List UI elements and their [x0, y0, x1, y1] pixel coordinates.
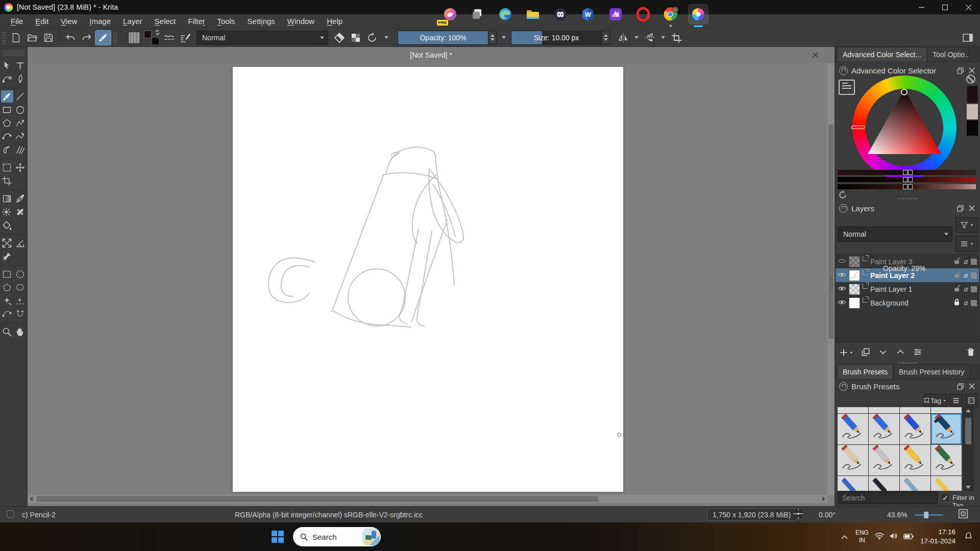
- menu-file[interactable]: File: [5, 15, 29, 27]
- brush-preset[interactable]: [900, 445, 930, 475]
- close-docker-icon[interactable]: [968, 204, 976, 212]
- layer-row[interactable]: Paint Layer 1α: [836, 282, 979, 296]
- vertical-scroll-thumb[interactable]: [828, 124, 834, 339]
- opacity-slider[interactable]: Opacity: 100%: [398, 31, 488, 45]
- zoom-value[interactable]: 43.6%: [887, 511, 908, 519]
- horizontal-scroll-thumb[interactable]: [37, 496, 598, 502]
- scroll-right-icon[interactable]: [822, 496, 825, 502]
- shade-strip[interactable]: [838, 184, 976, 189]
- color-swatch[interactable]: [967, 120, 978, 136]
- layer-visibility-icon[interactable]: [838, 284, 846, 294]
- layer-lock-icon[interactable]: [953, 285, 960, 293]
- filter-in-tag-checkbox[interactable]: ✓: [941, 493, 950, 502]
- tool-pattern-edit-icon[interactable]: [1, 206, 13, 218]
- brush-preset[interactable]: [869, 414, 899, 444]
- tool-measure-icon[interactable]: [14, 237, 27, 249]
- open-document-icon[interactable]: [24, 30, 40, 45]
- battery-icon[interactable]: [901, 533, 916, 541]
- delete-layer-button[interactable]: [966, 347, 976, 359]
- tool-text-icon[interactable]: [14, 59, 27, 71]
- layer-alpha-icon[interactable]: α: [963, 285, 968, 293]
- preserve-alpha-icon[interactable]: [348, 30, 364, 45]
- layer-lock-icon[interactable]: [953, 271, 960, 280]
- menu-edit[interactable]: Edit: [30, 15, 54, 27]
- taskbar-app-opera[interactable]: [633, 4, 653, 24]
- brush-preset[interactable]: [838, 407, 868, 413]
- taskbar-app-chrome[interactable]: [660, 4, 681, 24]
- preset-search-input[interactable]: [838, 491, 938, 504]
- tool-gradient-icon[interactable]: [1, 192, 13, 205]
- taskbar-app-copilot[interactable]: PRE: [440, 4, 460, 24]
- layer-blend-mode-dropdown[interactable]: Normal: [838, 227, 952, 242]
- preset-scroll-thumb[interactable]: [965, 418, 971, 444]
- taskbar-app-discord[interactable]: [550, 4, 571, 24]
- maximize-button[interactable]: [933, 0, 957, 14]
- menu-settings[interactable]: Settings: [242, 15, 281, 27]
- blend-mode-dropdown[interactable]: Normal: [197, 31, 328, 45]
- taskbar-app-window-stack[interactable]: [468, 4, 488, 24]
- tool-smart-patch-icon[interactable]: [14, 206, 27, 218]
- add-layer-button[interactable]: [839, 347, 853, 358]
- layer-thumbnail[interactable]: [849, 284, 860, 295]
- tool-ellipse-icon[interactable]: [14, 104, 27, 116]
- menu-window[interactable]: Window: [282, 15, 320, 27]
- pattern-wrap-icon[interactable]: [161, 30, 177, 45]
- mirror-horizontal-icon[interactable]: [642, 30, 658, 45]
- layer-alpha-inherit-icon[interactable]: [971, 272, 977, 279]
- preset-list-view-icon[interactable]: [949, 394, 963, 407]
- zoom-slider[interactable]: [915, 514, 943, 516]
- chevron-down-icon[interactable]: [384, 36, 388, 39]
- shade-strip[interactable]: [838, 170, 976, 175]
- canvas[interactable]: [233, 67, 623, 492]
- gradient-swatch[interactable]: [126, 30, 142, 45]
- brush-preset[interactable]: [869, 476, 899, 491]
- taskbar-app-explorer[interactable]: [523, 4, 543, 24]
- saturation-value-triangle[interactable]: [867, 88, 942, 155]
- new-document-icon[interactable]: [8, 30, 24, 45]
- chevron-down-icon[interactable]: [634, 36, 639, 39]
- tool-color-picker-icon[interactable]: [14, 192, 27, 205]
- layer-thumbnail[interactable]: [849, 270, 860, 281]
- redo-icon[interactable]: [79, 30, 95, 45]
- menu-view[interactable]: View: [55, 15, 83, 27]
- preset-detail-view-icon[interactable]: [965, 394, 978, 407]
- menu-select[interactable]: Select: [149, 15, 182, 27]
- scroll-left-icon[interactable]: [30, 496, 33, 502]
- rotation-value[interactable]: 0.00°: [819, 511, 836, 519]
- save-icon[interactable]: [40, 30, 57, 45]
- no-color-icon[interactable]: [966, 74, 975, 84]
- trim-canvas-icon[interactable]: [668, 30, 684, 45]
- tool-polygon-icon[interactable]: [1, 117, 13, 129]
- tag-button[interactable]: Tag: [924, 394, 947, 407]
- document-close-icon[interactable]: ✕: [810, 50, 820, 60]
- tool-freehand-brush-icon[interactable]: [1, 90, 13, 103]
- toolbar-grip[interactable]: [2, 32, 6, 44]
- close-docker-icon[interactable]: [968, 66, 976, 74]
- tool-assistants-icon[interactable]: [1, 237, 13, 249]
- taskbar-search[interactable]: Search: [293, 527, 381, 546]
- brush-preset[interactable]: [869, 407, 899, 413]
- tool-move-icon[interactable]: [14, 161, 27, 173]
- tool-reference-images-icon[interactable]: [1, 250, 13, 262]
- tool-rect-select-icon[interactable]: [1, 268, 13, 280]
- layer-visibility-icon[interactable]: [838, 270, 846, 281]
- tool-polyline-icon[interactable]: [14, 117, 27, 129]
- tab-tool-options[interactable]: Tool Optio...: [927, 47, 969, 62]
- vertical-scrollbar[interactable]: [827, 63, 835, 495]
- chevron-down-icon[interactable]: [661, 36, 665, 39]
- freehand-brush-tool-icon[interactable]: [95, 30, 111, 45]
- layer-alpha-icon[interactable]: α: [963, 271, 968, 279]
- menu-tools[interactable]: Tools: [212, 15, 241, 27]
- layer-options-menu-icon[interactable]: [955, 236, 978, 252]
- fg-bg-colors[interactable]: [142, 30, 161, 46]
- layer-row[interactable]: Backgroundα: [836, 296, 979, 310]
- layer-alpha-icon[interactable]: α: [963, 258, 968, 265]
- language-indicator[interactable]: ENGIN: [852, 529, 872, 544]
- tool-crop-icon[interactable]: [1, 174, 13, 187]
- scroll-up-icon[interactable]: [966, 409, 971, 412]
- tool-fill-icon[interactable]: [1, 219, 13, 231]
- layer-filter-icon[interactable]: [955, 217, 978, 233]
- clock[interactable]: 17:1617-01-2024: [920, 528, 955, 546]
- sv-cursor[interactable]: [901, 89, 908, 95]
- float-docker-icon[interactable]: [956, 382, 964, 390]
